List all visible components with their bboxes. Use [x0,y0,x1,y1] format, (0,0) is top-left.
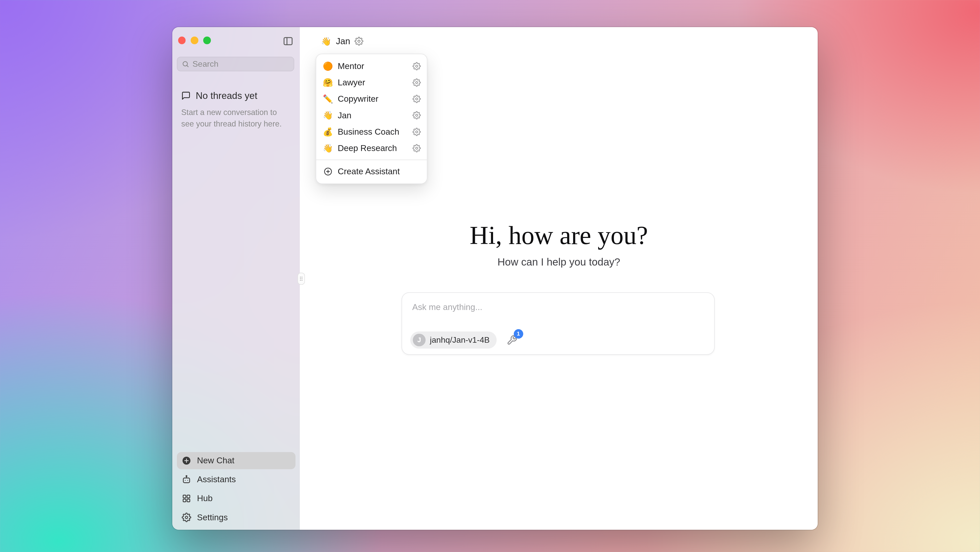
nav-item-label: Hub [197,493,213,503]
composer-toolbar: J janhq/Jan-v1-4B 1 [410,331,517,348]
chat-bubble-icon [181,91,191,100]
robot-icon [182,475,191,484]
fullscreen-window-button[interactable] [203,37,211,44]
sidebar-toggle-button[interactable] [282,35,293,46]
model-name: janhq/Jan-v1-4B [430,335,490,345]
assistant-item-emoji: 👋 [323,144,333,152]
assistant-emoji: 👋 [321,37,331,46]
minimize-window-button[interactable] [191,37,198,44]
assistant-item-label: Jan [338,111,408,120]
gear-icon[interactable] [412,128,421,136]
search-input[interactable] [192,59,290,69]
plus-circle-icon [323,167,333,176]
assistant-item-label: Lawyer [338,78,408,87]
gear-icon[interactable] [412,111,421,119]
nav-item-label: Settings [197,513,228,522]
desktop-wallpaper: No threads yet Start a new conversation … [0,0,980,552]
assistant-item-label: Copywriter [338,94,408,104]
assistant-selector-label: Jan [336,36,350,46]
sidebar-item-settings[interactable]: Settings [177,509,296,526]
sidebar-panel-icon [283,36,293,46]
nav-item-label: New Chat [197,456,234,465]
assistant-item-emoji: 🟠 [323,62,333,70]
sidebar-item-hub[interactable]: Hub [177,490,296,507]
greeting-title: Hi, how are you? [300,220,818,251]
assistant-item-emoji: 👋 [323,111,333,119]
model-avatar: J [413,334,425,346]
gear-icon[interactable] [412,95,421,103]
tools-button[interactable]: 1 [507,335,517,345]
assistant-item-label: Mentor [338,61,408,71]
gear-icon [182,513,191,522]
composer: J janhq/Jan-v1-4B 1 [402,292,715,355]
main-pane: 👋 Jan 🟠 Mentor 🤗 Lawyer [300,27,818,530]
search-box[interactable] [177,57,294,71]
grid-icon [182,494,191,503]
greeting: Hi, how are you? How can I help you toda… [300,220,818,270]
tools-count-badge: 1 [514,329,523,339]
assistant-item-emoji: 🤗 [323,78,333,87]
assistant-menu-item-mentor[interactable]: 🟠 Mentor [320,58,423,74]
assistant-menu-item-business-coach[interactable]: 💰 Business Coach [320,124,423,140]
grip-dots-icon [298,274,304,283]
plus-circle-icon [182,456,191,465]
assistant-menu: 🟠 Mentor 🤗 Lawyer ✏️ Copywriter 👋 Jan [316,54,427,184]
sidebar-item-new-chat[interactable]: New Chat [177,452,296,469]
create-assistant-button[interactable]: Create Assistant [320,163,423,180]
create-assistant-label: Create Assistant [338,167,421,177]
assistant-selector-button[interactable]: 👋 Jan [315,33,369,50]
assistant-menu-item-jan[interactable]: 👋 Jan [320,107,423,123]
empty-state-description: Start a new conversation to see your thr… [177,107,291,130]
sidebar-item-assistants[interactable]: Assistants [177,471,296,488]
window-controls [178,37,211,44]
model-selector-button[interactable]: J janhq/Jan-v1-4B [410,331,496,348]
menu-separator [316,159,427,160]
gear-icon[interactable] [412,62,421,70]
assistant-item-label: Deep Research [338,143,408,153]
gear-icon[interactable] [412,78,421,87]
assistant-settings-gear-icon[interactable] [355,37,363,46]
assistant-item-emoji: 💰 [323,128,333,136]
sidebar-nav: New Chat Assistants Hub Settings [177,452,296,526]
assistant-menu-item-copywriter[interactable]: ✏️ Copywriter [320,91,423,107]
greeting-subtitle: How can I help you today? [300,255,818,270]
search-icon [182,60,189,68]
app-window: No threads yet Start a new conversation … [172,27,818,530]
assistant-item-emoji: ✏️ [323,95,333,103]
assistant-menu-item-lawyer[interactable]: 🤗 Lawyer [320,74,423,91]
threads-empty-state: No threads yet Start a new conversation … [181,90,293,130]
empty-state-title: No threads yet [196,90,258,101]
close-window-button[interactable] [178,37,186,44]
gear-icon[interactable] [412,144,421,152]
assistant-item-label: Business Coach [338,127,408,137]
sidebar: No threads yet Start a new conversation … [172,27,300,530]
sidebar-resize-handle[interactable] [298,273,305,285]
message-input[interactable] [402,293,714,323]
assistant-menu-item-deep-research[interactable]: 👋 Deep Research [320,140,423,156]
nav-item-label: Assistants [197,474,236,484]
